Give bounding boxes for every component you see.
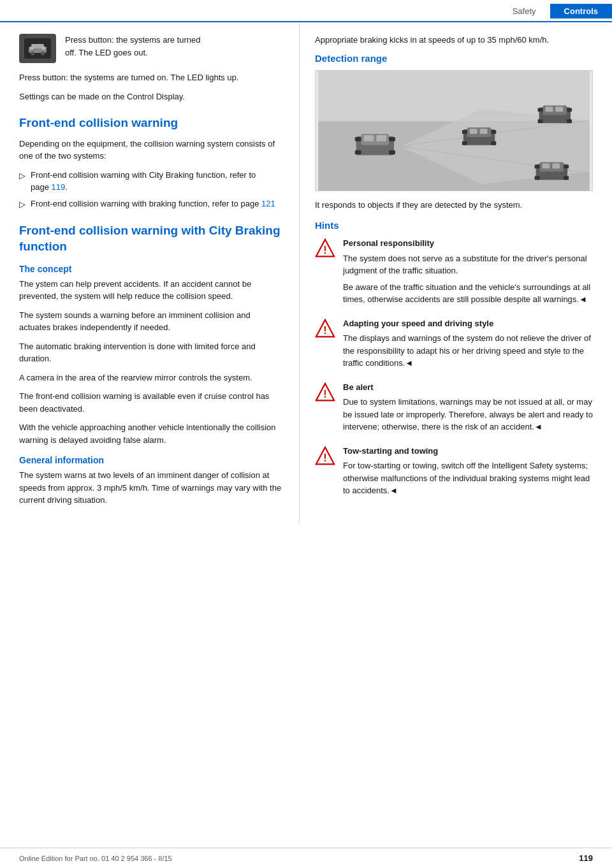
press-button-on-text: Press button: the systems are turned on.… <box>19 71 284 84</box>
concept-title: The concept <box>19 264 284 274</box>
svg-rect-26 <box>567 119 572 123</box>
svg-text:!: ! <box>323 245 326 256</box>
concept-p3: The automatic braking intervention is do… <box>19 340 284 365</box>
header-tabs: Safety Controls <box>499 4 612 18</box>
svg-rect-14 <box>376 134 386 141</box>
svg-rect-21 <box>545 106 553 112</box>
svg-rect-41 <box>491 130 496 134</box>
svg-rect-16 <box>355 150 361 154</box>
tab-controls[interactable]: Controls <box>550 4 612 18</box>
concept-p1: The ystem can help prevent accidents. If… <box>19 278 284 303</box>
svg-rect-31 <box>535 164 540 168</box>
page-ref-119[interactable]: 119 <box>52 182 66 192</box>
page-number: 119 <box>579 853 593 863</box>
svg-rect-30 <box>552 163 560 168</box>
hint-content-1: Personal responsibility The system does … <box>343 237 593 310</box>
page-footer: Online Edition for Part no. 01 40 2 954 … <box>0 848 612 868</box>
section1-title: Front-end collision warning <box>19 115 284 131</box>
hint-content-2: Adapting your speed and driving style Th… <box>343 317 593 373</box>
svg-text:!: ! <box>323 389 326 400</box>
center-far-car <box>462 127 496 145</box>
general-p1: The system warns at two levels of an imm… <box>19 469 284 507</box>
svg-rect-34 <box>564 176 569 180</box>
svg-rect-13 <box>364 134 374 141</box>
icon-box <box>19 34 56 63</box>
svg-rect-37 <box>470 129 477 134</box>
hint4-text: For tow-starting or towing, switch off t… <box>343 459 593 497</box>
bullet-item-2: ▷ Front-end collision warning with braki… <box>19 198 284 211</box>
bullet-arrow-2: ▷ <box>19 198 26 211</box>
hint1-extra: Be aware of the traffic situation and th… <box>343 281 593 306</box>
svg-rect-23 <box>538 108 543 112</box>
svg-rect-5 <box>42 47 45 50</box>
svg-rect-22 <box>555 106 563 112</box>
hint3-title: Be alert <box>343 381 593 394</box>
bullet-item-1: ▷ Front-end collision warning with City … <box>19 169 284 194</box>
section2-title: Front-end collision warning with City Br… <box>19 223 284 254</box>
settings-note: Settings can be made on the Control Disp… <box>19 90 284 103</box>
bullet-text-1: Front-end collision warning with City Br… <box>31 169 284 194</box>
warning-icon-1: ! <box>315 238 335 259</box>
hint4-title: Tow-starting and towing <box>343 445 593 458</box>
svg-rect-29 <box>543 163 550 168</box>
press-button-off-text: Press button: the systems are turned off… <box>65 34 200 59</box>
hint3-text: Due to system limitations, warnings may … <box>343 396 593 433</box>
svg-rect-18 <box>389 150 395 154</box>
main-content: Press button: the systems are turned off… <box>0 22 612 524</box>
hint-block-2: ! Adapting your speed and driving style … <box>315 317 593 373</box>
far-car-bottom-right <box>535 162 569 180</box>
detection-range-title: Detection range <box>315 53 593 64</box>
hint-content-4: Tow-starting and towing For tow-starting… <box>343 445 593 501</box>
hint-block-3: ! Be alert Due to system limitations, wa… <box>315 381 593 437</box>
page-header: Safety Controls <box>0 0 612 22</box>
footer-text: Online Edition for Part no. 01 40 2 954 … <box>19 855 172 862</box>
svg-rect-32 <box>535 176 540 180</box>
section1-intro: Depending on the equipment, the collisio… <box>19 138 284 163</box>
center-car-icon <box>355 133 395 155</box>
warning-icon-4: ! <box>315 446 335 467</box>
hint-block-4: ! Tow-starting and towing For tow-starti… <box>315 445 593 501</box>
svg-rect-17 <box>389 136 395 141</box>
detection-image <box>315 70 593 191</box>
svg-rect-40 <box>462 141 467 145</box>
hint1-title: Personal responsibility <box>343 237 593 250</box>
hints-title: Hints <box>315 220 593 231</box>
page-ref-121[interactable]: 121 <box>261 199 275 208</box>
press-button-row: Press button: the systems are turned off… <box>19 34 284 65</box>
appropriate-braking: Appropriate braking kicks in at speeds o… <box>315 34 593 47</box>
svg-point-3 <box>41 52 45 55</box>
svg-rect-15 <box>355 136 361 141</box>
hint2-title: Adapting your speed and driving style <box>343 317 593 330</box>
tab-safety[interactable]: Safety <box>499 4 550 18</box>
icon-box-inner <box>24 38 51 59</box>
far-car-top-right <box>538 105 572 123</box>
svg-rect-33 <box>564 164 569 168</box>
bullet-arrow-1: ▷ <box>19 169 26 194</box>
svg-text:!: ! <box>323 452 326 463</box>
hint1-text: The system does not serve as a substitut… <box>343 252 593 277</box>
hint2-text: The displays and warnings of the system … <box>343 332 593 370</box>
left-column: Press button: the systems are turned off… <box>0 22 300 524</box>
concept-p6: With the vehicle approaching another veh… <box>19 421 284 446</box>
general-title: General information <box>19 455 284 465</box>
svg-text:!: ! <box>323 325 326 336</box>
detection-svg <box>316 71 592 191</box>
warning-icon-3: ! <box>315 382 335 403</box>
hint-block-1: ! Personal responsibility The system doe… <box>315 237 593 310</box>
bullet-list: ▷ Front-end collision warning with City … <box>19 169 284 211</box>
warning-icon-2: ! <box>315 319 335 339</box>
concept-p5: The front-end collision warning is avail… <box>19 390 284 415</box>
svg-rect-42 <box>491 141 496 145</box>
concept-p4: A camera in the area of the rearview mir… <box>19 372 284 384</box>
bullet-text-2: Front-end collision warning with braking… <box>31 198 275 211</box>
svg-point-2 <box>31 52 34 55</box>
svg-rect-25 <box>567 108 572 112</box>
svg-rect-1 <box>31 44 44 48</box>
svg-rect-38 <box>480 129 488 134</box>
hint-content-3: Be alert Due to system limitations, warn… <box>343 381 593 437</box>
concept-p2: The system sounds a warning before an im… <box>19 309 284 334</box>
car-icon <box>27 41 48 55</box>
svg-rect-4 <box>30 47 33 50</box>
detection-responds: It responds to objects if they are detec… <box>315 199 593 212</box>
svg-rect-39 <box>462 130 467 134</box>
